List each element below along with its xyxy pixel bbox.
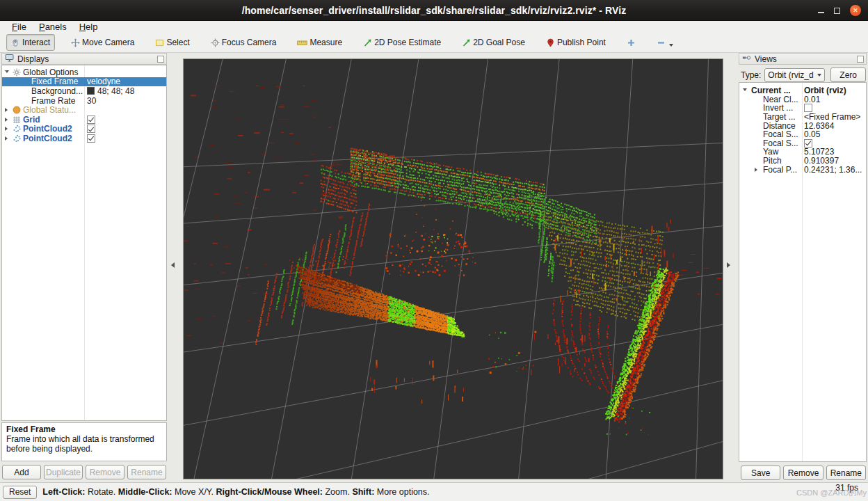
menu-item-help[interactable]: Help <box>73 21 104 33</box>
type-label: Type: <box>741 70 761 80</box>
tool-interact[interactable]: Interact <box>6 34 55 51</box>
expander-closed-icon[interactable] <box>5 127 8 131</box>
displays-panel: Displays Global OptionsFixed Framevelody… <box>1 53 167 482</box>
chevron-down-icon <box>817 74 821 77</box>
tool-label: Publish Point <box>557 38 606 47</box>
mouse-hints: Left-Click: Rotate. Middle-Click: Move X… <box>42 487 429 497</box>
expander-open-icon[interactable] <box>743 88 747 91</box>
property-value[interactable] <box>87 116 95 124</box>
views-save-button[interactable]: Save <box>741 466 780 480</box>
expander-closed-icon[interactable] <box>5 108 8 112</box>
tree-row-invert-[interactable]: Invert ... <box>739 104 866 113</box>
splitter-collapse-right-icon[interactable] <box>727 262 730 268</box>
panel-float-button[interactable] <box>857 56 864 63</box>
property-value[interactable] <box>87 125 95 133</box>
checkbox-checked[interactable] <box>804 139 812 148</box>
value-text: 0.24231; 1.36... <box>804 165 862 175</box>
views-buttons: SaveRemoveRename <box>741 466 866 480</box>
tree-row-grid[interactable]: Grid <box>2 115 166 125</box>
pointcloud-icon <box>13 134 21 143</box>
property-label: Global Statu... <box>23 105 76 115</box>
tree-row-fixed-frame[interactable]: Fixed Framevelodyne <box>2 77 166 87</box>
property-value[interactable]: 48; 48; 48 <box>87 86 134 96</box>
expander-closed-icon[interactable] <box>5 136 8 141</box>
tree-row-pointcloud2[interactable]: PointCloud2 <box>2 134 166 143</box>
hint-text: Rotate. <box>85 487 118 497</box>
tree-row-frame-rate[interactable]: Frame Rate30 <box>2 96 166 106</box>
tool-select[interactable]: Select <box>150 34 194 51</box>
property-value[interactable] <box>804 139 812 148</box>
displays-panel-header[interactable]: Displays <box>1 53 167 65</box>
hint-key: Shift: <box>352 487 374 497</box>
tree-row-focal-s-[interactable]: Focal S...0.05 <box>739 130 866 139</box>
tool-2d-pose-estimate[interactable]: 2D Pose Estimate <box>358 34 446 51</box>
property-label: Focal P... <box>763 165 797 175</box>
tree-row-global-statu-[interactable]: Global Statu... <box>2 105 166 115</box>
close-icon[interactable]: ✕ <box>850 5 861 16</box>
property-value[interactable]: 0.01 <box>804 95 820 104</box>
tool-focus-camera[interactable]: Focus Camera <box>206 34 282 51</box>
views-icon <box>742 54 751 64</box>
views-panel-title: Views <box>755 54 777 64</box>
tree-row-distance[interactable]: Distance12.6364 <box>739 121 866 130</box>
view-type-dropdown[interactable]: Orbit (rviz_d <box>764 68 825 82</box>
expander-closed-icon[interactable] <box>5 118 8 122</box>
splitter-collapse-left-icon[interactable] <box>171 262 175 268</box>
property-value[interactable]: 30 <box>87 96 96 106</box>
value-text: 0.01 <box>804 95 820 104</box>
tool-move-camera[interactable]: Move Camera <box>66 34 139 51</box>
minus-icon <box>657 38 666 47</box>
tree-row-current-[interactable]: Current ...Orbit (rviz) <box>739 86 866 95</box>
tree-row-target-[interactable]: Target ...<Fixed Frame> <box>739 113 866 122</box>
tool-label: 2D Goal Pose <box>473 38 525 47</box>
tree-row-background-[interactable]: Background...48; 48; 48 <box>2 86 166 96</box>
displays-tree[interactable]: Global OptionsFixed FramevelodyneBackgro… <box>1 65 167 421</box>
ruler-icon <box>297 38 307 47</box>
menu-item-file[interactable]: File <box>6 21 33 33</box>
chevron-down-icon <box>669 44 673 47</box>
checkbox-checked[interactable] <box>87 116 95 124</box>
checkbox-checked[interactable] <box>87 125 95 133</box>
checkbox-unchecked[interactable] <box>804 104 812 112</box>
panel-float-button[interactable] <box>157 56 164 63</box>
property-value[interactable] <box>87 134 95 143</box>
tree-row-focal-p-[interactable]: Focal P...0.24231; 1.36... <box>739 165 866 174</box>
tool-plus[interactable] <box>622 34 641 51</box>
menu-item-panels[interactable]: Panels <box>33 21 73 33</box>
views-remove-button[interactable]: Remove <box>783 466 823 480</box>
check-mark <box>88 116 94 122</box>
tree-row-focal-s-[interactable]: Focal S... <box>739 139 866 148</box>
expander-open-icon[interactable] <box>5 70 9 73</box>
views-tree[interactable]: Current ...Orbit (rviz)Near Cl...0.01Inv… <box>739 82 867 462</box>
tree-row-near-cl-[interactable]: Near Cl...0.01 <box>739 95 866 104</box>
tree-row-pitch[interactable]: Pitch0.910397 <box>739 157 866 166</box>
property-value[interactable]: velodyne <box>87 77 120 86</box>
zero-button[interactable]: Zero <box>830 67 866 82</box>
property-value[interactable]: 0.24231; 1.36... <box>804 165 862 175</box>
tree-row-yaw[interactable]: Yaw5.10723 <box>739 148 866 157</box>
grid-icon <box>13 116 21 124</box>
checkbox-checked[interactable] <box>87 134 95 143</box>
title-bar[interactable]: /home/car/senser_driver/install/rslidar_… <box>0 0 868 21</box>
minimize-icon[interactable] <box>818 12 824 13</box>
reset-button[interactable]: Reset <box>3 486 37 499</box>
3d-viewport[interactable] <box>183 58 723 479</box>
hint-text: Move X/Y. <box>172 487 216 497</box>
tool-2d-goal-pose[interactable]: 2D Goal Pose <box>457 34 530 51</box>
tree-row-pointcloud2[interactable]: PointCloud2 <box>2 125 166 134</box>
tool-publish-point[interactable]: Publish Point <box>541 34 611 51</box>
view-type-value: Orbit (rviz_d <box>768 70 817 80</box>
window-controls: ✕ <box>818 0 861 21</box>
tool-minus[interactable] <box>652 34 678 51</box>
tool-measure[interactable]: Measure <box>292 34 347 51</box>
maximize-icon[interactable] <box>834 8 840 14</box>
property-value[interactable] <box>804 104 812 112</box>
views-rename-button[interactable]: Rename <box>826 466 866 480</box>
displays-add-button[interactable]: Add <box>2 465 41 479</box>
views-panel-header[interactable]: Views <box>739 53 867 65</box>
window-title: /home/car/senser_driver/install/rslidar_… <box>242 5 627 16</box>
color-swatch <box>87 87 95 95</box>
tree-row-global-options[interactable]: Global Options <box>2 67 166 77</box>
property-value[interactable]: 0.05 <box>804 129 820 139</box>
expander-closed-icon[interactable] <box>755 168 757 172</box>
